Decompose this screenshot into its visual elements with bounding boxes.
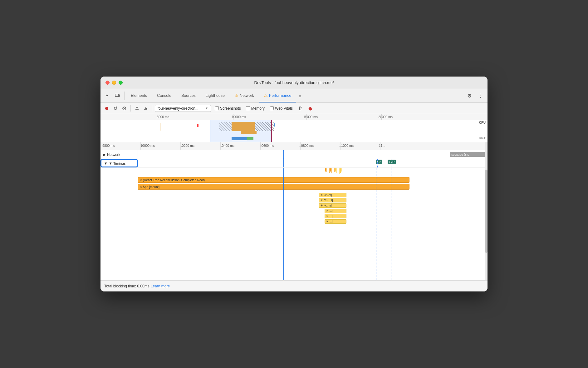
cpu-label: CPU [479, 121, 486, 124]
memory-checkbox[interactable]: Memory [246, 106, 265, 111]
network-track-label[interactable]: ▶ Network [100, 150, 138, 159]
cpu-bar-red-1 [197, 124, 198, 127]
detail-line-4 [260, 142, 261, 150]
ruler-line-2 [233, 114, 233, 120]
memory-label: Memory [251, 106, 265, 111]
web-vitals-input[interactable] [270, 106, 274, 110]
tab-elements[interactable]: Elements [126, 89, 152, 102]
blue-vertical-line [283, 150, 284, 159]
tick-1 [325, 168, 326, 172]
timings-blue-line [283, 159, 284, 167]
inspect-icon[interactable] [103, 92, 112, 100]
small-bar-ro[interactable]: ✳ Ro...nt] [319, 198, 346, 202]
net-label: NET [479, 137, 486, 140]
tab-sources-label: Sources [181, 93, 196, 98]
detail-label-9800: 9800 ms [102, 144, 115, 147]
tick-6 [331, 168, 332, 173]
minimize-button[interactable] [112, 81, 116, 85]
device-toolbar-icon[interactable] [113, 92, 122, 100]
memory-input[interactable] [246, 106, 250, 110]
detail-line-2 [180, 142, 181, 150]
tabs-container: Elements Console Sources Lighthouse ⚠ Ne… [126, 89, 463, 102]
upload-button[interactable] [133, 105, 141, 112]
web-vitals-label: Web Vitals [275, 106, 293, 111]
detail-label-11000: 11000 ms [339, 144, 354, 147]
toolbar-divider-2 [152, 105, 152, 112]
maximize-button[interactable] [119, 81, 123, 85]
more-tabs-button[interactable]: » [296, 89, 304, 102]
app-mount-label: ✳ App [mount] [140, 185, 159, 189]
screenshots-label: Screenshots [220, 106, 241, 111]
network-track-text: Network [107, 153, 120, 157]
timings-text: ▼ Timings [109, 162, 125, 165]
small-bar-dots-1-label: ✳ ...] [326, 209, 333, 212]
tick-5 [330, 168, 331, 172]
fp-badge: FP [376, 160, 382, 164]
ruler-line-3 [306, 114, 307, 120]
screenshots-checkbox[interactable]: Screenshots [215, 106, 241, 111]
toolbar-nav-icons [103, 92, 125, 100]
reload-record-button[interactable] [112, 105, 119, 112]
detail-label-10000: 10000 ms [140, 144, 155, 147]
url-selector[interactable]: foul-heavenly-direction.... ▼ [155, 105, 211, 112]
ruler-line-4 [381, 114, 382, 120]
timings-arrow-icon: ▼ [104, 162, 107, 165]
tab-lighthouse-label: Lighthouse [206, 93, 225, 98]
soop-bar: soop.jpg (sto [450, 152, 488, 157]
small-bar-br[interactable]: ✳ Br...nt] [319, 193, 346, 197]
traffic-lights [105, 81, 123, 85]
tick-4 [329, 168, 330, 173]
tab-sources[interactable]: Sources [176, 89, 201, 102]
app-mount-bar[interactable]: ✳ App [mount] [138, 184, 409, 190]
tab-network[interactable]: ⚠ Network [230, 89, 259, 102]
svg-rect-1 [118, 95, 120, 97]
tick-marks [325, 168, 342, 174]
react-reconciliation-label: ✳ (React Tree Reconciliation: Completed … [140, 178, 205, 182]
screenshots-input[interactable] [215, 106, 219, 110]
overview-content: CPU NET [100, 120, 488, 142]
title-bar: DevTools - foul-heavenly-direction.glitc… [100, 77, 488, 89]
tick-13 [340, 168, 341, 173]
tab-lighthouse[interactable]: Lighthouse [201, 89, 230, 102]
timeline-overview[interactable]: 5000 ms 10000 ms 15000 ms 20000 ms CPU N… [100, 114, 488, 142]
close-button[interactable] [105, 81, 110, 85]
tab-console-label: Console [157, 93, 171, 98]
scrollbar-thumb[interactable] [485, 170, 488, 252]
detail-line-5 [300, 142, 301, 150]
clear-button[interactable] [120, 105, 128, 112]
url-text: foul-heavenly-direction.... [158, 106, 199, 111]
small-bar-dots-2[interactable]: ✳ ...] [325, 214, 346, 218]
detail-label-10400: 10400 ms [220, 144, 234, 147]
overview-ruler: 5000 ms 10000 ms 15000 ms 20000 ms [100, 114, 488, 120]
devtools-window: DevTools - foul-heavenly-direction.glitc… [100, 77, 488, 291]
tab-console[interactable]: Console [152, 89, 176, 102]
blocking-time-text: Total blocking time: 0.00ms [104, 284, 149, 288]
timeline-detail: 9800 ms 10000 ms 10200 ms 10400 ms 10600… [100, 142, 488, 280]
more-options-icon[interactable]: ⋮ [476, 92, 485, 100]
web-vitals-checkbox[interactable]: Web Vitals [270, 106, 293, 111]
flame-dashed-2 [391, 168, 391, 280]
download-button[interactable] [142, 105, 149, 112]
small-bar-m[interactable]: ✳ M...nt] [319, 203, 346, 208]
record-button[interactable] [103, 105, 110, 112]
detail-line-3 [220, 142, 221, 150]
perf-options: Screenshots Memory Web Vitals [215, 106, 293, 111]
clear-recording-button[interactable] [296, 105, 304, 112]
small-bar-dots-3[interactable]: ✳ ...] [325, 219, 346, 224]
tab-performance[interactable]: ⚠ Performance [259, 89, 296, 102]
performance-warning-icon: ⚠ [264, 93, 268, 98]
react-reconciliation-bar[interactable]: ✳ (React Tree Reconciliation: Completed … [138, 177, 409, 183]
fcp-badge: FCP [388, 160, 396, 164]
timings-track-content: FP FCP [138, 159, 488, 167]
settings-icon[interactable]: ⚙ [465, 92, 474, 100]
perf-settings-button[interactable] [306, 105, 314, 112]
detail-line-1 [140, 142, 141, 150]
tick-10 [336, 168, 337, 173]
ruler-line-1 [157, 114, 157, 120]
ruler-5000: 5000 ms [157, 115, 169, 119]
detail-label-10600: 10600 ms [260, 144, 274, 147]
ruler-10000: 10000 ms [232, 115, 246, 119]
small-bar-dots-1[interactable]: ✳ ...] [325, 209, 346, 213]
scrollbar-track[interactable] [485, 142, 488, 280]
learn-more-link[interactable]: Learn more [151, 284, 170, 288]
